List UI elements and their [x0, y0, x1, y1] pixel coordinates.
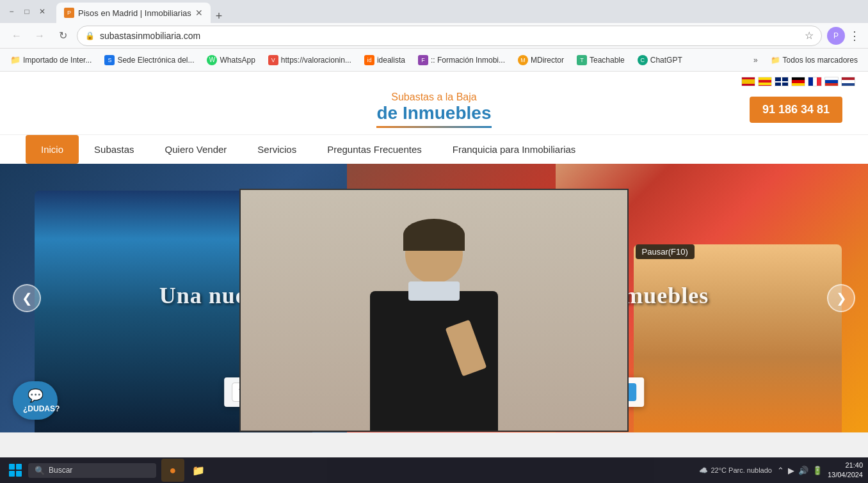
logo-underline	[376, 126, 492, 128]
minimize-btn[interactable]: −	[5, 5, 18, 18]
flag-de[interactable]	[791, 77, 805, 86]
bookmark-mdirector[interactable]: M MDirector	[513, 52, 569, 68]
bookmark-sede[interactable]: S Sede Electrónica del...	[99, 52, 199, 68]
taskbar-search-icon: 🔍	[35, 466, 45, 475]
nav-servicios[interactable]: Servicios	[242, 135, 312, 164]
nav-right-controls: P ⋮	[827, 27, 860, 45]
bookmark-label: https://valoracionin...	[281, 56, 351, 65]
taskbar-right-area: ☁️ 22°C Parc. nublado ⌃ ▶ 🔊 🔋 21:40 13/0…	[699, 461, 863, 480]
bookmark-label: MDirector	[531, 56, 564, 65]
bookmark-valoracion[interactable]: V https://valoracionin...	[263, 52, 357, 68]
bookmark-star-icon[interactable]: ☆	[805, 29, 814, 42]
sede-favicon: S	[104, 55, 115, 65]
site-logo[interactable]: Subastas a la Baja de Inmuebles	[298, 91, 570, 128]
dudas-label: ¿DUDAS?	[23, 404, 47, 413]
phone-button[interactable]: 91 186 34 81	[750, 97, 842, 123]
tab-bar: P Pisos en Madrid | Inmobiliarias ✕ +	[56, 0, 863, 23]
bookmarks-more-btn[interactable]: »	[748, 53, 763, 67]
tab-title: Pisos en Madrid | Inmobiliarias	[78, 8, 191, 18]
tab-close-btn[interactable]: ✕	[195, 8, 203, 18]
title-bar: − □ ✕ P Pisos en Madrid | Inmobiliarias …	[0, 0, 868, 23]
bookmark-label: :: Formación Inmobi...	[431, 56, 505, 65]
teachable-favicon: T	[577, 55, 587, 65]
back-button[interactable]: ←	[8, 27, 26, 45]
refresh-button[interactable]: ↻	[54, 27, 72, 45]
taskbar: 🔍 Buscar ● 📁 ☁️ 22°C Parc. nublado ⌃ ▶ 🔊…	[0, 457, 868, 483]
website-content: Subastas a la Baja de Inmuebles 91 186 3…	[0, 72, 868, 432]
browser-menu-button[interactable]: ⋮	[849, 29, 860, 43]
maximize-btn[interactable]: □	[20, 5, 33, 18]
bookmark-label: Teachable	[590, 56, 625, 65]
whatsapp-favicon: W	[207, 55, 217, 65]
volume-icon[interactable]: 🔊	[798, 466, 808, 475]
bookmark-teachable[interactable]: T Teachable	[572, 52, 630, 68]
nav-inicio[interactable]: Inicio	[26, 135, 79, 164]
logo-subastas-text: Subastas a la Baja	[391, 91, 476, 102]
bookmark-formacion[interactable]: F :: Formación Inmobi...	[413, 52, 510, 68]
bookmark-importado[interactable]: 📁 Importado de Inter...	[5, 52, 97, 68]
nav-subastas[interactable]: Subastas	[79, 135, 150, 164]
carousel-prev-btn[interactable]: ❮	[13, 284, 41, 312]
bookmark-idealista[interactable]: id idealista	[359, 52, 410, 68]
site-header: Subastas a la Baja de Inmuebles 91 186 3…	[0, 91, 868, 134]
carousel-next-btn[interactable]: ❯	[827, 284, 855, 312]
taskbar-pinned-icons: ● 📁	[161, 459, 210, 482]
bookmarks-all-label: Todos los marcadores	[783, 56, 858, 65]
chevron-up-icon[interactable]: ⌃	[777, 466, 784, 475]
bookmark-label: ChatGPT	[650, 56, 682, 65]
flag-en[interactable]	[775, 77, 789, 86]
bookmark-label: Importado de Inter...	[23, 56, 92, 65]
forward-button[interactable]: →	[31, 27, 49, 45]
taskbar-search-bar[interactable]: 🔍 Buscar	[28, 463, 156, 478]
system-clock[interactable]: 21:40 13/04/2024	[828, 461, 863, 480]
profile-avatar[interactable]: P	[827, 27, 845, 45]
taskbar-browser-icon[interactable]: ●	[161, 459, 184, 482]
new-tab-btn[interactable]: +	[216, 10, 223, 23]
flag-es[interactable]	[741, 77, 755, 86]
flag-fr[interactable]	[808, 77, 822, 86]
window-controls[interactable]: − □ ✕	[5, 5, 49, 18]
idealista-favicon: id	[364, 55, 374, 65]
flag-ru[interactable]	[824, 77, 839, 86]
nav-quiero-vender[interactable]: Quiero Vender	[150, 135, 243, 164]
weather-icon: ☁️	[699, 466, 708, 475]
hero-section: Una nueva forma de comprar y de vender I…	[0, 164, 868, 432]
address-bar[interactable]: 🔒 subastasinmobiliaria.com ☆	[77, 26, 822, 46]
bookmark-chatgpt[interactable]: C ChatGPT	[632, 52, 687, 68]
network-icon[interactable]: ▶	[788, 466, 794, 475]
formacion-favicon: F	[418, 55, 428, 65]
flag-cat[interactable]	[758, 77, 772, 86]
valoracion-favicon: V	[268, 55, 278, 65]
bookmark-label: Sede Electrónica del...	[117, 56, 194, 65]
video-person-bg	[241, 190, 627, 431]
weather-text: 22°C Parc. nublado	[711, 466, 772, 474]
bookmarks-all-btn[interactable]: 📁 Todos los marcadores	[766, 53, 863, 67]
close-btn[interactable]: ✕	[36, 5, 49, 18]
lock-icon: 🔒	[85, 31, 95, 40]
nav-franquicia[interactable]: Franquicia para Inmobiliarias	[437, 135, 591, 164]
url-text: subastasinmobiliaria.com	[100, 31, 800, 41]
chat-bubble-icon: 💬	[23, 388, 47, 403]
start-button[interactable]	[5, 460, 26, 480]
folder-icon: 📁	[10, 55, 20, 65]
dudas-button[interactable]: 💬 ¿DUDAS?	[13, 381, 58, 420]
tab-favicon: P	[64, 8, 74, 18]
flag-nl[interactable]	[841, 77, 855, 86]
active-tab[interactable]: P Pisos en Madrid | Inmobiliarias ✕	[56, 3, 211, 23]
pause-tooltip: Pausar(F10)	[636, 244, 695, 259]
bookmarks-bar: 📁 Importado de Inter... S Sede Electróni…	[0, 49, 868, 72]
bookmark-label: idealista	[377, 56, 405, 65]
site-navigation: Inicio Subastas Quiero Vender Servicios …	[0, 134, 868, 164]
mdirector-favicon: M	[518, 55, 528, 65]
logo-subtitle: de Inmuebles	[298, 103, 570, 123]
battery-icon[interactable]: 🔋	[812, 466, 823, 475]
weather-widget[interactable]: ☁️ 22°C Parc. nublado	[699, 466, 772, 475]
bookmark-label: WhatsApp	[220, 56, 255, 65]
chatgpt-favicon: C	[638, 55, 648, 65]
folder-all-icon: 📁	[771, 56, 780, 65]
bookmark-whatsapp[interactable]: W WhatsApp	[202, 52, 260, 68]
windows-logo-icon	[9, 464, 22, 477]
nav-preguntas[interactable]: Preguntas Frecuentes	[312, 135, 437, 164]
logo-title: Subastas a la Baja	[298, 91, 570, 103]
taskbar-explorer-icon[interactable]: 📁	[187, 459, 210, 482]
